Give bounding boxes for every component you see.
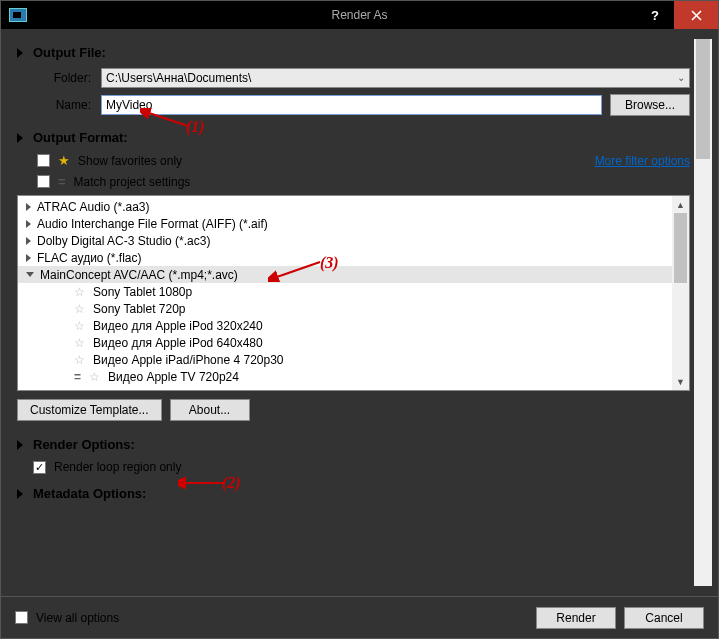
about-button[interactable]: About... xyxy=(170,399,250,421)
scroll-thumb[interactable] xyxy=(696,39,710,159)
star-outline-icon: ☆ xyxy=(74,319,85,333)
chevron-right-icon xyxy=(26,237,31,245)
match-project-checkbox[interactable] xyxy=(37,175,50,188)
section-output-format[interactable]: Output Format: xyxy=(17,130,690,145)
scroll-thumb[interactable] xyxy=(674,213,687,283)
chevron-right-icon xyxy=(26,220,31,228)
render-loop-checkbox[interactable] xyxy=(33,461,46,474)
chevron-down-icon xyxy=(26,272,34,277)
cancel-button[interactable]: Cancel xyxy=(624,607,704,629)
equals-icon: = xyxy=(74,370,81,384)
star-outline-icon: ☆ xyxy=(74,336,85,350)
content-area: Output File: Folder: C:\Users\Анна\Docum… xyxy=(1,29,718,596)
star-outline-icon: ☆ xyxy=(74,285,85,299)
chevron-right-icon xyxy=(17,133,23,143)
chevron-right-icon xyxy=(17,48,23,58)
equals-icon: = xyxy=(58,174,66,189)
scroll-down-icon[interactable]: ▼ xyxy=(672,373,689,390)
render-loop-label: Render loop region only xyxy=(54,460,181,474)
match-project-label: Match project settings xyxy=(74,175,191,189)
star-icon: ★ xyxy=(58,153,70,168)
folder-dropdown[interactable]: C:\Users\Анна\Documents\ ⌄ xyxy=(101,68,690,88)
chevron-right-icon xyxy=(26,203,31,211)
chevron-right-icon xyxy=(17,489,23,499)
footer: View all options Render Cancel xyxy=(1,596,718,638)
section-metadata-options[interactable]: Metadata Options: xyxy=(17,486,690,501)
format-list: ATRAC Audio (*.aa3) Audio Interchange Fi… xyxy=(17,195,690,391)
section-output-file[interactable]: Output File: xyxy=(17,45,690,60)
format-item[interactable]: Dolby Digital AC-3 Studio (*.ac3) xyxy=(18,232,672,249)
star-outline-icon: ☆ xyxy=(89,370,100,384)
template-item[interactable]: ☆Видео для Apple iPod 320x240 xyxy=(18,317,672,334)
format-item-selected[interactable]: MainConcept AVC/AAC (*.mp4;*.avc) xyxy=(18,266,672,283)
folder-label: Folder: xyxy=(37,71,91,85)
view-all-label: View all options xyxy=(36,611,119,625)
format-item[interactable]: Audio Interchange File Format (AIFF) (*.… xyxy=(18,215,672,232)
name-label: Name: xyxy=(37,98,91,112)
render-button[interactable]: Render xyxy=(536,607,616,629)
window-title: Render As xyxy=(1,8,718,22)
show-favorites-checkbox[interactable] xyxy=(37,154,50,167)
more-filter-link[interactable]: More filter options xyxy=(595,154,690,168)
format-list-scrollbar[interactable]: ▲ ▼ xyxy=(672,196,689,390)
show-favorites-label: Show favorites only xyxy=(78,154,182,168)
browse-button[interactable]: Browse... xyxy=(610,94,690,116)
format-item[interactable]: ATRAC Audio (*.aa3) xyxy=(18,198,672,215)
chevron-down-icon: ⌄ xyxy=(677,72,685,83)
template-item[interactable]: ☆Видео для Apple iPod 640x480 xyxy=(18,334,672,351)
chevron-right-icon xyxy=(26,254,31,262)
customize-template-button[interactable]: Customize Template... xyxy=(17,399,162,421)
main-scrollbar[interactable] xyxy=(694,39,712,586)
titlebar: Render As ? xyxy=(1,1,718,29)
name-input[interactable] xyxy=(101,95,602,115)
section-render-options[interactable]: Render Options: xyxy=(17,437,690,452)
template-item[interactable]: ☆Видео Apple iPad/iPhone 4 720p30 xyxy=(18,351,672,368)
chevron-right-icon xyxy=(17,440,23,450)
view-all-checkbox[interactable] xyxy=(15,611,28,624)
template-item[interactable]: =☆Видео Apple TV 720p24 xyxy=(18,368,672,385)
render-as-dialog: Render As ? Output File: Folder: C:\User… xyxy=(0,0,719,639)
template-item[interactable]: ☆Sony Tablet 720p xyxy=(18,300,672,317)
scroll-up-icon[interactable]: ▲ xyxy=(672,196,689,213)
format-item[interactable]: FLAC аудио (*.flac) xyxy=(18,249,672,266)
star-outline-icon: ☆ xyxy=(74,302,85,316)
template-item[interactable]: ☆Sony Tablet 1080p xyxy=(18,283,672,300)
star-outline-icon: ☆ xyxy=(74,353,85,367)
